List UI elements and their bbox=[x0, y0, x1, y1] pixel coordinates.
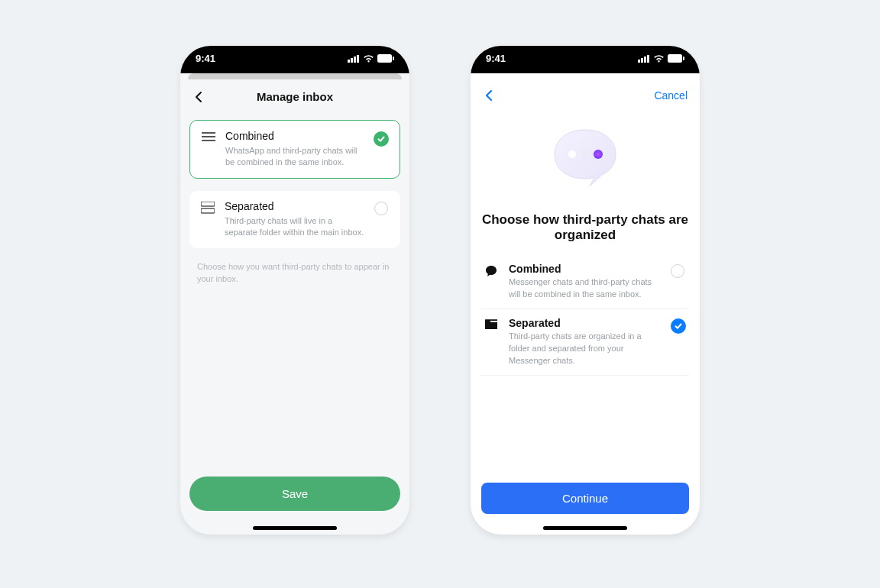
option-desc: Third-party chats are organized in a fol… bbox=[509, 331, 662, 367]
inbox-option-separated[interactable]: Separated Third-party chats will live in… bbox=[189, 191, 400, 248]
option-content: Separated Third-party chats will live in… bbox=[225, 200, 365, 239]
inbox-option-combined[interactable]: Combined WhatsApp and third-party chats … bbox=[189, 120, 400, 179]
svg-rect-16 bbox=[683, 57, 684, 60]
sheet-grabber-bg bbox=[188, 73, 402, 79]
folder-icon bbox=[483, 317, 500, 331]
svg-rect-1 bbox=[351, 58, 353, 63]
chat-bubble-illustration bbox=[481, 122, 689, 191]
list-icon bbox=[201, 130, 216, 169]
svg-rect-3 bbox=[357, 55, 359, 63]
option-desc: WhatsApp and third-party chats will be c… bbox=[225, 145, 364, 169]
svg-rect-20 bbox=[485, 319, 497, 321]
svg-rect-9 bbox=[201, 202, 215, 206]
option-desc: Messenger chats and third-party chats wi… bbox=[509, 276, 662, 301]
battery-icon bbox=[377, 54, 394, 63]
radio-empty-icon bbox=[374, 202, 388, 215]
chevron-left-icon bbox=[483, 89, 497, 102]
svg-rect-14 bbox=[647, 55, 649, 63]
svg-point-17 bbox=[568, 150, 576, 158]
svg-rect-5 bbox=[393, 57, 394, 60]
chevron-left-icon bbox=[192, 90, 206, 104]
back-button[interactable] bbox=[192, 90, 206, 104]
page-heading: Choose how third-party chats are organiz… bbox=[481, 212, 689, 243]
svg-rect-15 bbox=[668, 54, 682, 63]
check-circle-icon bbox=[374, 131, 389, 147]
option-content: Separated Third-party chats are organize… bbox=[509, 317, 662, 367]
save-label: Save bbox=[282, 487, 308, 500]
cancel-label: Cancel bbox=[654, 89, 688, 102]
svg-rect-0 bbox=[348, 60, 350, 63]
option-title: Combined bbox=[225, 130, 364, 142]
phone-messenger: 9:41 Cancel bbox=[471, 46, 700, 535]
option-title: Combined bbox=[509, 263, 662, 275]
ms-header: Cancel bbox=[471, 79, 700, 107]
save-button[interactable]: Save bbox=[189, 477, 400, 511]
radio-empty-icon bbox=[671, 264, 684, 278]
option-title: Separated bbox=[509, 317, 662, 329]
notch bbox=[245, 46, 345, 66]
status-bar: 9:41 bbox=[180, 46, 409, 73]
cancel-button[interactable]: Cancel bbox=[654, 89, 688, 102]
option-radio[interactable] bbox=[671, 263, 688, 278]
svg-rect-4 bbox=[377, 54, 392, 63]
svg-rect-2 bbox=[354, 57, 356, 63]
chat-icon bbox=[483, 263, 500, 278]
hint-text: Choose how you want third-party chats to… bbox=[197, 260, 393, 286]
option-title: Separated bbox=[225, 200, 365, 212]
status-icons bbox=[638, 54, 684, 63]
status-bar: 9:41 bbox=[471, 46, 700, 73]
battery-icon bbox=[668, 54, 684, 63]
option-content: Combined WhatsApp and third-party chats … bbox=[225, 130, 364, 169]
svg-point-19 bbox=[594, 150, 603, 159]
status-icons bbox=[348, 54, 394, 63]
svg-point-18 bbox=[581, 150, 589, 158]
cellular-icon bbox=[638, 54, 650, 63]
sheet-grabber-bg bbox=[478, 73, 692, 79]
check-circle-icon bbox=[671, 318, 686, 334]
home-indicator bbox=[543, 526, 627, 530]
notch bbox=[535, 46, 635, 66]
wifi-icon bbox=[653, 54, 665, 63]
phone-whatsapp: 9:41 Manage inbox Combined WhatsApp and … bbox=[180, 46, 409, 535]
option-radio[interactable] bbox=[671, 317, 688, 334]
svg-rect-10 bbox=[201, 208, 215, 213]
split-icon bbox=[200, 200, 215, 239]
continue-button[interactable]: Continue bbox=[481, 483, 689, 514]
inbox-option-separated[interactable]: Separated Third-party chats are organize… bbox=[481, 309, 689, 376]
back-button[interactable] bbox=[483, 89, 497, 102]
svg-rect-11 bbox=[638, 60, 640, 63]
status-time: 9:41 bbox=[486, 53, 506, 64]
page-title: Manage inbox bbox=[257, 90, 333, 103]
svg-rect-13 bbox=[644, 57, 646, 63]
inbox-option-combined[interactable]: Combined Messenger chats and third-party… bbox=[481, 255, 689, 309]
option-desc: Third-party chats will live in a separat… bbox=[225, 215, 365, 239]
option-content: Combined Messenger chats and third-party… bbox=[509, 263, 662, 301]
option-radio[interactable] bbox=[374, 130, 389, 169]
wa-header: Manage inbox bbox=[180, 79, 409, 114]
wifi-icon bbox=[363, 54, 374, 63]
continue-label: Continue bbox=[562, 492, 608, 505]
status-time: 9:41 bbox=[196, 53, 215, 64]
ms-body: Choose how third-party chats are organiz… bbox=[471, 107, 700, 526]
option-radio[interactable] bbox=[374, 200, 390, 239]
svg-rect-12 bbox=[641, 58, 643, 63]
home-indicator bbox=[253, 526, 337, 530]
cellular-icon bbox=[348, 54, 360, 63]
